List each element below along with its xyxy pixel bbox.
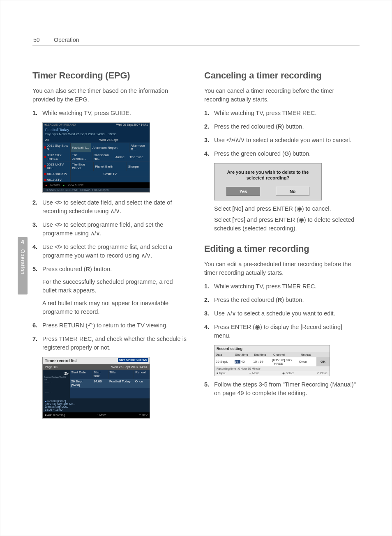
epg-step-5: Press coloured (R) button. For the succe… [32,265,188,316]
trl-col: Repeat [134,370,150,379]
epg-step-1: While watching TV, press GUIDE. [32,109,188,117]
rset-cell: [DTV 12] SKY THREE [271,357,297,366]
trl-cell: 26 Sept (Wed) [70,379,92,388]
left-right-icon: </> [55,221,62,228]
epg-topbar: ■LEAGUE OF IRELANDWed 26 Sept 2007 14:41 [43,123,150,127]
epg-ch: 0014 smileTV [47,172,67,176]
epg-row: 0012 SKY THREE The Johnsto... Caribbean … [43,152,150,161]
edit-step-1: While watching TV, press TIMER REC. [204,282,360,291]
red-button-icon: R [278,123,282,130]
epg-cell: Afternoon R... [129,143,150,152]
return-icon: ↶ [88,322,93,329]
arrows-icon: </>/∧/∨ [226,137,244,143]
green-button-icon: G [284,150,289,157]
lead-edit: You can edit a pre-scheduled timer recor… [204,260,360,277]
steps-epg: While watching TV, press GUIDE. [32,109,188,117]
trl-header: Timer record listSKY SPORTS NEWS [43,357,150,364]
epg-row: 0013 UKTV Hist... The Blue Planet Planet… [43,161,150,171]
enter-icon: ◉ [255,324,260,330]
epg-step-6: Press RETURN (↶) to return to the TV vie… [32,321,188,330]
rset-col [319,352,330,357]
page-number: 50 [33,37,40,43]
record-dot-icon [44,156,46,158]
left-right-icon: </> [55,244,62,250]
epg-ch: 0012 SKY THREE [47,153,69,161]
cancel-step-4: Press the green coloured (G) button. [204,150,360,158]
epg-subtitle: Sky Spts News Wed 26 Sept 2007 14:00 ~ 1… [43,132,150,137]
trl-tag: SKY SPORTS NEWS [118,358,148,362]
rset-col: Channel [272,352,300,357]
rset-col: Start time [234,352,253,357]
up-down-icon: ∧/∨ [110,208,120,214]
epg-footer: ●Record ●View & Next [43,182,150,188]
trl-rec-info: ● Record [Once] [DTV 11] Sky Spts Ne... … [43,398,150,412]
side-tab-chapter: 4 [18,237,28,245]
epg-cell: Smile TV [70,171,150,177]
rset-title: Record setting [214,345,330,352]
trl-rows: Start Date Start time Title Repeat 26 Se… [70,370,150,398]
epg-cell: The Johnsto... [70,152,92,161]
confirm-dialog-screenshot: Are you sure you wish to delete to these… [214,163,322,200]
heading-edit: Editing a timer recording [204,244,360,254]
cancel-caption-yes: Select [Yes] and press ENTER (◉) to dele… [214,216,360,233]
steps-cancel: While watching TV, press TIMER REC. Pres… [204,109,360,158]
left-column: Timer Recording (EPG) You can also set t… [32,70,188,424]
rset-cell: 1440 [233,357,252,366]
epg-cell: The Blue Planet [70,162,93,171]
heading-cancel: Canceling a timer recording [204,70,360,81]
rset-cell: 26 Sept. [214,357,233,366]
trl-page-row: Page 1/1Wed 26 Sept 2007 14:41 [43,364,150,370]
left-right-icon: </> [55,199,62,206]
cancel-step-2: Press the red coloured (R) button. [204,122,360,131]
trl-days: SunMonTueWedThu Fri Sat [44,376,69,381]
rset-col: Repeat [300,352,319,357]
trl-calendar: 09 SunMonTueWedThu Fri Sat · · · · · · ·… [43,370,70,398]
record-dot-icon [44,146,46,149]
lead-cancel: You can cancel a timer recording before … [204,87,360,104]
epg-step5-sub2: A red bullet mark may not appear for ina… [42,299,188,316]
epg-foot-view: View & Next [68,184,83,186]
rset-info: Recording time : 0 Hour 30 Minute [214,366,330,371]
trl-cell: Football Today [108,379,134,388]
cancel-step-1: While watching TV, press TIMER REC. [204,109,360,117]
enter-icon: ◉ [299,216,304,223]
epg-cell: Planet Earth [93,162,127,171]
edit-step-2: Press the red coloured (R) button. [204,296,360,304]
epg-cell: Sharpe [127,162,150,171]
epg-screenshot: ■LEAGUE OF IRELANDWed 26 Sept 2007 14:41… [42,122,150,193]
epg-row: 0011 Sky Spts N... Football T... Afterno… [43,143,150,152]
epg-ticker: TENNIS NO.2 SEED WITHDRAWS FROM Open [43,188,150,192]
header-section: Operation [54,37,79,43]
epg-cell: Caribbean Ho... [92,152,114,161]
epg-clock: Wed 26 Sept 2007 14:41 [116,123,148,126]
trl-col: Title [108,370,134,379]
edit-step-5: Follow the steps 3-5 from "Timer Recordi… [204,380,360,398]
confirm-question: Are you sure you wish to delete to these… [219,169,317,181]
steps-edit: While watching TV, press TIMER REC. Pres… [204,282,360,340]
rset-col: Date [214,352,234,357]
epg-cell [70,177,150,182]
record-setting-screenshot: Record setting Date Start time End time … [214,345,330,376]
epg-ch: 0011 Sky Spts N... [47,144,69,151]
epg-step-3: Use </> to select programme field, and s… [32,221,188,238]
epg-news: NO.2 SEED WITHDRAWS FROM Open [58,189,109,191]
epg-foot-record: Record [50,184,60,186]
trl-cell: Once [134,379,150,388]
trl-col: Start Date [70,370,92,379]
trl-month: 09 [44,371,69,376]
header-rule [32,46,360,46]
red-button-icon: R [86,266,90,272]
manual-page: 50 Operation 4 Operation Timer Recording… [0,0,392,536]
epg-cell: Afternoon Report [91,143,129,152]
rset-row: 26 Sept. 1440 15 : 19 [DTV 12] SKY THREE… [214,357,330,366]
trl-col: Start time [92,370,108,379]
epg-ch: 0015 ZTV [47,178,62,182]
epg-all: All [45,138,70,142]
rset-col: End time [253,352,272,357]
cancel-step-3: Use </>/∧/∨ to select a schedule you wan… [204,136,360,145]
epg-step5-sub1: For the successfully scheduled programme… [42,278,188,295]
epg-row: 0014 smileTV Smile TV [43,171,150,177]
up-down-icon: ∧/∨ [90,230,100,237]
enter-icon: ◉ [297,205,302,212]
trl-row: 26 Sept (Wed) 14:00 Football Today Once [70,379,150,388]
